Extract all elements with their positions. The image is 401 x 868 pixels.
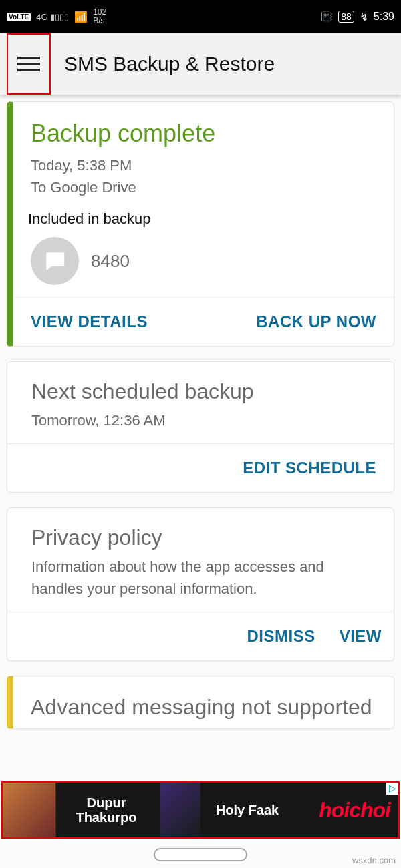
ad-poster-2 <box>160 783 200 837</box>
adchoices-icon[interactable]: ▷ <box>386 783 398 795</box>
backup-time: Today, 5:38 PM <box>31 154 378 176</box>
clock: 5:39 <box>374 11 394 23</box>
edit-schedule-button[interactable]: EDIT SCHEDULE <box>225 444 394 492</box>
message-count: 8480 <box>91 251 130 272</box>
schedule-time: Tomorrow, 12:36 AM <box>31 409 378 431</box>
battery-indicator: 88 <box>338 11 354 23</box>
signal-4g: 4G ▮▯▯▯ <box>36 13 69 21</box>
backup-heading: Backup complete <box>31 120 378 148</box>
schedule-actions: EDIT SCHEDULE <box>7 443 394 492</box>
privacy-card: Privacy policy Information about how the… <box>7 507 394 661</box>
backup-actions: VIEW DETAILS BACK UP NOW <box>13 297 394 346</box>
backup-destination: To Google Drive <box>31 176 378 198</box>
menu-button-highlight <box>7 33 51 95</box>
advanced-heading: Advanced messaging not supported <box>31 694 378 720</box>
hamburger-icon[interactable] <box>17 53 40 75</box>
charging-icon: ↯ <box>360 11 368 23</box>
ad-title-2: Holy Faak <box>200 803 294 818</box>
schedule-card: Next scheduled backup Tomorrow, 12:36 AM… <box>7 361 394 493</box>
app-bar: SMS Backup & Restore <box>0 33 401 95</box>
home-indicator[interactable] <box>154 848 247 861</box>
vibrate-icon <box>320 11 333 23</box>
data-speed: 102 B/s <box>93 8 106 25</box>
messages-icon <box>31 237 79 285</box>
status-left: VoLTE 4G ▮▯▯▯ 102 B/s <box>7 8 106 25</box>
wifi-icon <box>74 11 88 23</box>
included-label: Included in backup <box>28 210 378 228</box>
ad-poster-1 <box>3 783 56 837</box>
backup-now-button[interactable]: BACK UP NOW <box>239 298 394 346</box>
advanced-messaging-card: Advanced messaging not supported <box>7 676 394 729</box>
schedule-heading: Next scheduled backup <box>31 379 378 404</box>
ad-banner[interactable]: Dupur Thakurpo Holy Faak hoichoi ▷ <box>1 781 400 839</box>
privacy-body: Information about how the app accesses a… <box>31 556 378 600</box>
privacy-heading: Privacy policy <box>31 525 378 550</box>
view-button[interactable]: VIEW <box>327 612 394 660</box>
volte-indicator: VoLTE <box>7 13 31 21</box>
backup-status-card: Backup complete Today, 5:38 PM To Google… <box>7 101 394 347</box>
page-title: SMS Backup & Restore <box>64 53 275 75</box>
message-count-row: 8480 <box>31 237 378 285</box>
ad-title-1: Dupur Thakurpo <box>56 795 156 825</box>
view-details-button[interactable]: VIEW DETAILS <box>13 298 165 346</box>
watermark: wsxdn.com <box>352 855 396 865</box>
privacy-actions: DISMISS VIEW <box>7 612 394 660</box>
ad-brand: hoichoi <box>319 798 390 823</box>
status-bar: VoLTE 4G ▮▯▯▯ 102 B/s 88 ↯ 5:39 <box>0 0 401 33</box>
content-area: Backup complete Today, 5:38 PM To Google… <box>0 95 401 729</box>
dismiss-button[interactable]: DISMISS <box>235 612 327 660</box>
status-right: 88 ↯ 5:39 <box>320 11 394 23</box>
